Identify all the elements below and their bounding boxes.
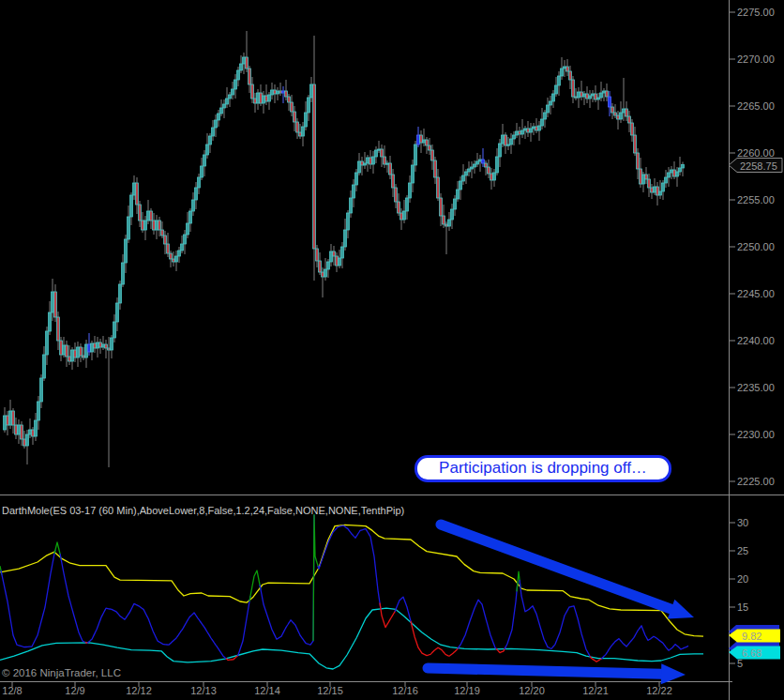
svg-text:12/22: 12/22 bbox=[646, 685, 672, 696]
svg-text:15: 15 bbox=[737, 601, 748, 613]
svg-text:12/21: 12/21 bbox=[582, 685, 609, 696]
svg-text:12/9: 12/9 bbox=[65, 685, 84, 696]
ninjatrader-watermark: © 2016 NinjaTrader, LLC bbox=[2, 667, 121, 678]
svg-text:2255.00: 2255.00 bbox=[737, 194, 775, 205]
indicator-parameters-label: DarthMole(ES 03-17 (60 Min),AboveLower,8… bbox=[2, 505, 404, 516]
svg-text:2225.00: 2225.00 bbox=[737, 476, 775, 487]
chart-canvas[interactable]: 2275.002270.002265.002260.002255.002250.… bbox=[0, 0, 784, 700]
svg-text:2250.00: 2250.00 bbox=[737, 241, 775, 252]
lower-band-tag-value: 6.68 bbox=[742, 647, 761, 659]
svg-text:12/12: 12/12 bbox=[126, 685, 152, 696]
svg-text:2235.00: 2235.00 bbox=[737, 382, 775, 393]
svg-text:2275.00: 2275.00 bbox=[737, 7, 775, 18]
svg-text:12/20: 12/20 bbox=[519, 685, 545, 696]
annotation-text-box[interactable]: Participation is dropping off… bbox=[415, 455, 671, 482]
svg-text:25: 25 bbox=[737, 545, 748, 556]
svg-text:2245.00: 2245.00 bbox=[737, 288, 775, 299]
lower-band-tag: 6.68 bbox=[729, 647, 780, 660]
svg-text:12/13: 12/13 bbox=[190, 685, 217, 696]
svg-text:12/15: 12/15 bbox=[317, 685, 343, 696]
svg-text:2240.00: 2240.00 bbox=[737, 335, 775, 346]
candlestick-series bbox=[4, 31, 685, 467]
svg-text:12/8: 12/8 bbox=[2, 685, 22, 696]
svg-text:12/16: 12/16 bbox=[392, 685, 418, 696]
upper-band-tag: 9.82 bbox=[729, 630, 780, 643]
last-price-tag-value: 2258.75 bbox=[740, 160, 777, 172]
svg-text:2265.00: 2265.00 bbox=[737, 100, 775, 112]
svg-text:2270.00: 2270.00 bbox=[737, 53, 775, 65]
svg-text:20: 20 bbox=[737, 573, 748, 585]
axes-layer[interactable]: 2275.002270.002265.002260.002255.002250.… bbox=[0, 0, 784, 700]
chart-window: 2275.002270.002265.002260.002255.002250.… bbox=[0, 0, 784, 700]
last-price-tag: 2258.75 bbox=[729, 159, 782, 173]
svg-text:12/19: 12/19 bbox=[454, 685, 480, 696]
svg-text:5: 5 bbox=[737, 658, 743, 669]
upper-band-tag-value: 9.82 bbox=[742, 631, 761, 642]
indicator-lines-layer bbox=[0, 515, 703, 669]
svg-text:30: 30 bbox=[737, 517, 748, 528]
svg-text:2260.00: 2260.00 bbox=[737, 147, 775, 159]
svg-text:2230.00: 2230.00 bbox=[737, 429, 775, 440]
drawing-arrows-layer[interactable] bbox=[428, 525, 694, 684]
svg-text:12/14: 12/14 bbox=[254, 685, 280, 696]
